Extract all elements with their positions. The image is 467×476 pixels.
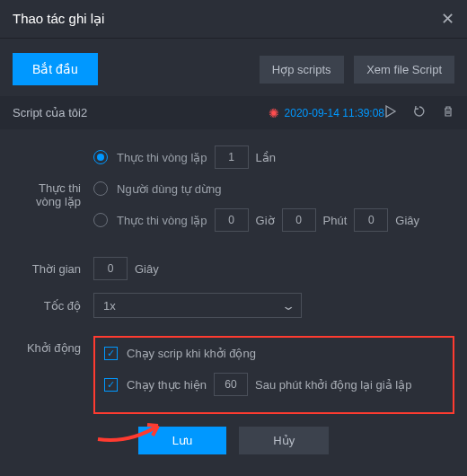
close-icon[interactable]: ✕ [441, 9, 454, 29]
view-script-button[interactable]: Xem file Script [354, 56, 454, 84]
loop-seconds-input[interactable] [354, 208, 388, 232]
script-date: 2020-09-14 11:39:08 [285, 107, 384, 119]
checkbox-checked-icon[interactable]: ✓ [104, 347, 118, 360]
refresh-icon[interactable] [413, 105, 426, 120]
dialog-title: Thao tác ghi lại [13, 11, 104, 27]
loop-times-input[interactable] [215, 145, 249, 169]
time-input[interactable] [93, 257, 128, 280]
speed-select[interactable]: 1x ⌄ [93, 293, 302, 318]
toolbar: Bắt đầu Hợp scripts Xem file Script [0, 39, 467, 96]
startup-restart[interactable]: ✓ Chạy thực hiện Sau phút khởi động lại … [104, 373, 444, 396]
chevron-down-icon: ⌄ [281, 299, 295, 313]
speed-label: Tốc độ [13, 299, 93, 313]
dialog-header: Thao tác ghi lại ✕ [0, 0, 467, 39]
startup-label: Khởi động [13, 331, 93, 355]
loop-label: Thực thi vòng lặp [13, 181, 93, 208]
loop-opt-manual[interactable]: Người dùng tự dừng [93, 181, 454, 196]
start-button[interactable]: Bắt đầu [13, 53, 98, 85]
script-name: Script của tôi2 [13, 106, 87, 119]
loop-opt-duration[interactable]: Thực thi vòng lặp Giờ Phút Giây [93, 208, 454, 232]
trash-icon[interactable] [442, 105, 454, 120]
script-row[interactable]: Script của tôi2 ✺ 2020-09-14 11:39:08 [0, 96, 467, 129]
startup-minutes-input[interactable] [214, 373, 248, 396]
loop-hours-input[interactable] [215, 208, 249, 232]
cancel-button[interactable]: Hủy [239, 427, 329, 454]
checkbox-checked-icon[interactable]: ✓ [104, 378, 118, 392]
save-button[interactable]: Lưu [138, 427, 226, 454]
highlight-box: ✓ Chạy scrip khi khởi động ✓ Chạy thực h… [93, 336, 454, 414]
footer-buttons: Lưu Hủy [13, 427, 454, 454]
settings-panel: Thực thi vòng lặp Thực thi vòng lặp Lần … [0, 129, 467, 467]
loop-minutes-input[interactable] [282, 208, 316, 232]
radio-unchecked-icon[interactable] [93, 213, 108, 227]
play-icon[interactable] [384, 105, 397, 120]
startup-run-script[interactable]: ✓ Chạy scrip khi khởi động [104, 347, 444, 360]
gear-icon: ✺ [269, 106, 279, 120]
radio-checked-icon[interactable] [93, 150, 108, 164]
loop-opt-times[interactable]: Thực thi vòng lặp Lần [93, 145, 454, 169]
merge-scripts-button[interactable]: Hợp scripts [260, 56, 344, 84]
time-label: Thời gian [13, 262, 93, 276]
radio-unchecked-icon[interactable] [93, 181, 108, 196]
